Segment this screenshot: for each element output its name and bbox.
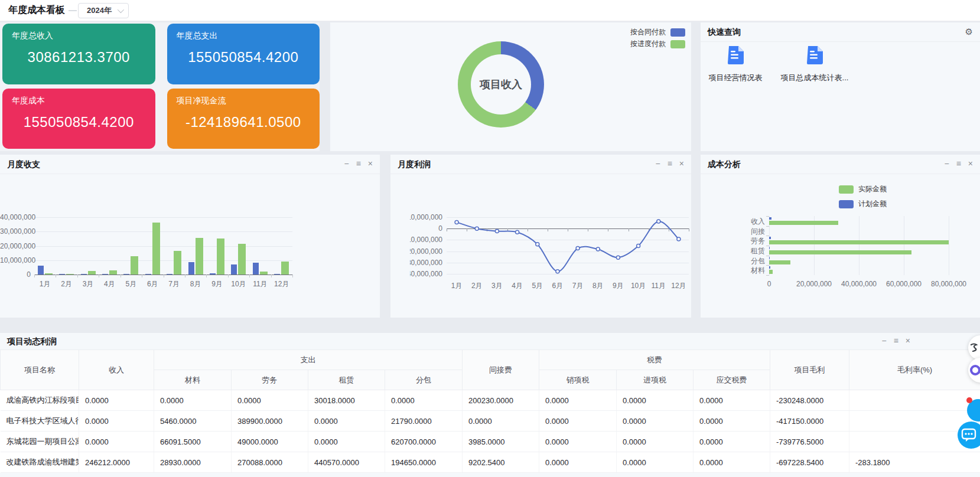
- col-subcontract: 分包: [385, 370, 463, 390]
- menu-icon[interactable]: ≡: [356, 158, 361, 169]
- table-cell: -283.1800: [849, 452, 980, 473]
- axis-tick: [228, 275, 229, 277]
- legend-item-progress[interactable]: 按进度付款: [630, 39, 685, 49]
- bar-group-11月: [249, 217, 271, 275]
- minimize-icon[interactable]: −: [655, 158, 660, 169]
- x-axis-label: 60,000,000: [880, 280, 927, 288]
- x-axis-label: 12月: [271, 279, 292, 289]
- table-cell: 5460.0000: [154, 411, 232, 432]
- table-cell: 21790.0000: [385, 411, 463, 432]
- year-select-value: 2024年: [87, 5, 112, 16]
- donut-chart: 项目收入: [458, 41, 544, 128]
- legend-item-contract[interactable]: 按合同付款: [630, 27, 685, 37]
- table-row-4[interactable]: 改建铁路成渝线增建第246212.000028930.0000270088.00…: [1, 452, 980, 473]
- table-cell: 0.0000: [232, 390, 308, 411]
- col-group-tax: 税费: [539, 350, 770, 370]
- col-indirect: 间接费: [463, 350, 539, 390]
- project-income-donut-panel: 按合同付款 按进度付款 项目收入: [330, 22, 691, 151]
- kpi-value: -124189641.0500: [177, 106, 311, 142]
- table-cell: 194650.0000: [385, 452, 463, 473]
- x-axis-label: 9月: [206, 279, 227, 289]
- table-row-1[interactable]: 成渝高铁内江标段项目0.00000.00000.000030018.00000.…: [1, 390, 980, 411]
- page-header: 年度成本看板 2024年: [0, 0, 980, 21]
- close-icon[interactable]: ×: [679, 158, 684, 169]
- year-select[interactable]: 2024年: [78, 3, 129, 18]
- table-cell: 30018.0000: [308, 390, 385, 411]
- legend-item-actual[interactable]: 实际金额: [839, 184, 887, 194]
- menu-icon[interactable]: ≡: [956, 158, 961, 169]
- col-gross-profit: 项目毛利: [770, 350, 849, 390]
- dashboard-page: 年度成本看板 2024年 年度总收入30861213.3700年度总支出1550…: [0, 0, 980, 477]
- chat-bubble-icon[interactable]: [958, 422, 980, 449]
- project-profit-table: 项目名称 收入 支出 间接费 税费 项目毛利 毛利率(%) 材料 劳务 租赁 分…: [0, 349, 980, 473]
- monthly-profit-chart: 10,000,0000-10,000,000-20,000,000-30,000…: [447, 217, 689, 274]
- col-gross-margin: 毛利率(%): [849, 350, 980, 390]
- table-cell: 0.0000: [694, 452, 770, 473]
- category-label: 分包: [731, 256, 765, 266]
- title-divider: [69, 10, 77, 11]
- menu-icon[interactable]: ≡: [668, 158, 672, 169]
- bar-plan-租赁: [769, 247, 770, 249]
- bar: [59, 274, 65, 275]
- table-row-3[interactable]: 东城花园一期项目公寓0.000066091.500049000.00000.00…: [1, 432, 980, 452]
- x-axis-label: 10月: [228, 279, 249, 289]
- bar: [102, 274, 108, 275]
- kpi-label: 年度总收入: [12, 31, 146, 41]
- table-cell: -697228.5400: [770, 452, 849, 473]
- bar-group-5月: [121, 217, 142, 275]
- kpi-card-1: 年度总收入30861213.3700: [2, 24, 155, 84]
- bar: [123, 274, 129, 275]
- table-row-2[interactable]: 电子科技大学区域人行0.00005460.0000389900.00000.00…: [1, 411, 980, 432]
- col-group-expense: 支出: [154, 350, 463, 370]
- bar-plan-收入: [769, 217, 771, 220]
- table-cell: 0.0000: [463, 411, 539, 432]
- bar-group-12月: [271, 217, 292, 275]
- bar-group-7月: [164, 217, 185, 275]
- axis-tick: [766, 236, 769, 236]
- table-cell: 0.0000: [154, 390, 232, 411]
- panel-controls: − ≡ ×: [881, 335, 910, 346]
- y-axis-label: 10,000,000: [0, 256, 31, 264]
- kpi-value: 155050854.4200: [177, 41, 311, 77]
- bar: [152, 223, 160, 275]
- minimize-icon[interactable]: −: [881, 335, 886, 346]
- table-cell: 0.0000: [694, 390, 770, 411]
- quick-query-items: 项目经营情况表项目总成本统计表...: [701, 46, 980, 83]
- y-axis-label: 0: [410, 224, 442, 233]
- close-icon[interactable]: ×: [906, 335, 910, 346]
- quick-query-item-2[interactable]: 项目总成本统计表...: [780, 46, 849, 83]
- menu-icon[interactable]: ≡: [894, 335, 898, 346]
- table-cell: 389900.0000: [232, 411, 308, 432]
- panel-controls: − ≡ ×: [944, 158, 973, 169]
- legend-item-plan[interactable]: 计划金额: [839, 199, 887, 209]
- chevron-down-icon: [118, 6, 124, 12]
- bar-actual-收入: [769, 221, 838, 225]
- x-axis-label: 2月: [56, 279, 77, 289]
- minimize-icon[interactable]: −: [944, 158, 949, 169]
- project-profit-title: 项目动态利润: [7, 336, 57, 347]
- col-output-tax: 销项税: [539, 370, 617, 390]
- legend-swatch: [670, 40, 685, 48]
- col-material: 材料: [154, 370, 232, 390]
- close-icon[interactable]: ×: [968, 158, 973, 169]
- bar: [274, 274, 280, 275]
- col-income: 收入: [79, 350, 154, 390]
- minimize-icon[interactable]: −: [344, 158, 349, 169]
- table-cell: 0.0000: [539, 452, 617, 473]
- quick-query-title: 快速查询: [708, 27, 741, 38]
- divider: [701, 41, 980, 42]
- close-icon[interactable]: ×: [368, 158, 373, 169]
- table-cell: 246212.0000: [79, 452, 154, 473]
- x-axis-label: 80,000,000: [925, 280, 972, 288]
- col-project: 项目名称: [1, 350, 79, 390]
- cost-analysis-chart: 020,000,00040,000,00060,000,00080,000,00…: [769, 216, 949, 275]
- divider: [390, 174, 691, 174]
- quick-query-item-1[interactable]: 项目经营情况表: [701, 46, 770, 83]
- profit-line: [447, 217, 689, 274]
- y-axis-label: 10,000,000: [410, 213, 442, 222]
- divider: [0, 174, 380, 174]
- gear-icon[interactable]: ⚙: [965, 27, 973, 37]
- kpi-label: 年度总支出: [177, 31, 311, 41]
- table-cell: 620700.0000: [385, 432, 463, 452]
- col-payable-tax: 应交税费: [694, 370, 770, 390]
